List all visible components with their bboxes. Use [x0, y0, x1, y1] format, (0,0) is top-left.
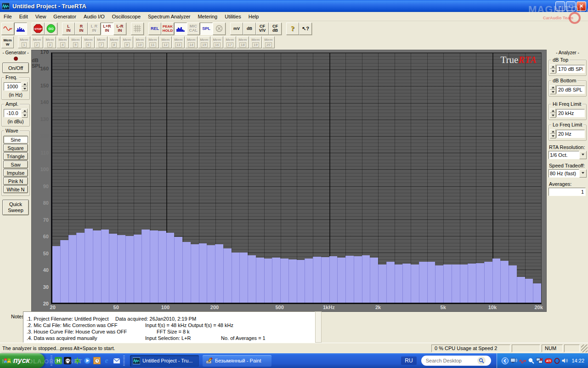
menu-file[interactable]: File — [0, 12, 16, 21]
averages-field[interactable] — [548, 188, 586, 196]
wave-sine-button[interactable]: Sine — [3, 136, 28, 144]
tray-collapse-chevron[interactable] — [502, 357, 509, 364]
peak-hold-button[interactable]: PEAK HOLD — [161, 23, 174, 35]
left-input-button[interactable]: L IN — [62, 23, 75, 35]
spectrum-bar — [141, 230, 150, 303]
spl-button[interactable]: SPL — [200, 23, 213, 35]
speed-dropdown-button[interactable] — [579, 169, 587, 178]
tray-volume-icon[interactable] — [562, 358, 568, 363]
l-minus-r-input-button[interactable]: L-R IN — [113, 23, 126, 35]
speed-tradeoff-select[interactable]: 80 Hz (fast) — [548, 169, 587, 178]
tray-magnifier-icon[interactable] — [528, 358, 534, 364]
freq-up-button[interactable] — [22, 82, 28, 86]
mute-icon — [215, 25, 223, 32]
help-button[interactable]: ? — [286, 23, 299, 35]
wave-pink-noise-button[interactable]: Pink N — [3, 177, 28, 185]
right-input-button[interactable]: R IN — [75, 23, 88, 35]
freq-input[interactable] — [4, 82, 21, 91]
desktop-search-box[interactable] — [421, 356, 491, 366]
tray-ati-icon[interactable]: ATI — [545, 358, 553, 363]
wave-saw-button[interactable]: Saw — [3, 161, 28, 168]
db-top-field[interactable] — [556, 65, 585, 73]
rta-resolution-select[interactable]: 1/6 Oct. — [548, 151, 587, 159]
taskbar-task-paint[interactable]: Безымянный - Paint — [203, 355, 271, 367]
truerta-task-icon — [133, 357, 140, 364]
notes-scrollbar[interactable] — [315, 311, 322, 343]
search-button[interactable] — [477, 356, 486, 365]
decibels-button[interactable]: dB — [243, 23, 256, 35]
db-bottom-down-button[interactable] — [550, 90, 556, 94]
taskbar-clock[interactable]: 14:22 — [571, 358, 584, 363]
context-help-button[interactable]: ↖? — [299, 23, 312, 35]
wave-impulse-button[interactable]: Impulse — [3, 169, 28, 177]
wave-triangle-button[interactable]: Triangle — [3, 152, 28, 160]
menu-spectrum-analyzer[interactable]: Spectrum Analyzer — [144, 12, 194, 21]
ampl-up-button[interactable] — [22, 109, 28, 113]
quick-sweep-button[interactable]: Quick Sweep — [2, 200, 29, 215]
minimize-button[interactable]: - — [555, 1, 565, 11]
wave-square-button[interactable]: Square — [3, 144, 28, 152]
lo-freq-down-button[interactable] — [550, 134, 556, 138]
db-top-up-button[interactable] — [550, 64, 556, 69]
spectrum-view-button[interactable] — [14, 23, 27, 35]
start-button[interactable]: пуск — [0, 353, 45, 368]
oscilloscope-view-button[interactable] — [1, 23, 14, 35]
notes-box[interactable]: .1. Project Filename: Untitled Project D… — [23, 311, 315, 343]
tray-display-icon[interactable] — [510, 358, 517, 364]
freq-down-button[interactable] — [22, 86, 28, 91]
taskbar-task-truerta[interactable]: Untitled Project - Tru... — [130, 355, 199, 367]
spectrum-bar — [125, 236, 134, 303]
menu-help[interactable]: Help — [245, 12, 263, 21]
close-button[interactable]: ✕ — [577, 1, 586, 11]
bar-spectrum-button[interactable] — [174, 23, 187, 35]
spectrum-bar — [76, 233, 85, 303]
menu-generator[interactable]: Generator — [50, 12, 80, 21]
go-button[interactable]: GO — [45, 23, 57, 35]
menu-oscilloscope[interactable]: Oscilloscope — [108, 12, 144, 21]
menu-view[interactable]: View — [32, 12, 50, 21]
relative-mode-button[interactable]: REL — [148, 23, 161, 35]
maximize-button[interactable]: □ — [566, 1, 576, 11]
resize-grip[interactable] — [581, 345, 588, 352]
memory-13-button: Mem13 — [172, 36, 185, 48]
millivolts-button[interactable]: mV — [230, 23, 243, 35]
quicklaunch-h-app-icon[interactable]: H — [55, 357, 62, 364]
lo-freq-up-button[interactable] — [550, 129, 556, 134]
generator-led-indicator — [14, 57, 18, 61]
ampl-down-button[interactable] — [22, 113, 28, 118]
crest-factor-vv-button[interactable]: CF V/V — [256, 23, 269, 35]
grid-button — [131, 23, 144, 35]
generator-onoff-button[interactable]: On/Off — [2, 63, 29, 73]
memory-w-button[interactable]: Mem W — [1, 36, 14, 48]
l-plus-r-input-button[interactable]: L+R IN — [101, 23, 113, 35]
quicklaunch-clock-app-icon[interactable] — [93, 357, 101, 364]
language-indicator[interactable]: RU — [401, 356, 416, 365]
quicklaunch-media-player-icon[interactable] — [83, 356, 91, 365]
menu-audio-io[interactable]: Audio I/O — [80, 12, 108, 21]
hi-freq-field[interactable] — [556, 109, 585, 117]
db-top-down-button[interactable] — [550, 69, 556, 74]
ampl-input[interactable] — [4, 109, 21, 117]
hi-freq-down-button[interactable] — [550, 113, 556, 118]
db-bottom-up-button[interactable] — [550, 85, 556, 90]
quicklaunch-internet-explorer-icon[interactable]: e — [102, 356, 111, 365]
hi-freq-up-button[interactable] — [550, 109, 556, 113]
spectrum-bar — [329, 256, 338, 303]
menu-metering[interactable]: Metering — [194, 12, 221, 21]
quicklaunch-skull-app-icon[interactable] — [64, 357, 71, 364]
menu-utilities[interactable]: Utilities — [221, 12, 244, 21]
spectrum-bar — [517, 277, 525, 303]
tray-audio-app-icon[interactable] — [519, 358, 526, 363]
wave-white-noise-button[interactable]: White N — [3, 185, 28, 193]
quicklaunch-outlook-express-icon[interactable] — [113, 356, 121, 365]
rta-dropdown-button[interactable] — [579, 151, 587, 159]
lo-freq-field[interactable] — [556, 130, 585, 138]
stop-button[interactable]: STOP — [32, 23, 45, 35]
quicklaunch-flower-app-icon[interactable] — [73, 356, 81, 365]
db-bottom-field[interactable] — [556, 86, 585, 94]
tray-network-disconnected-icon[interactable] — [536, 358, 543, 364]
menu-edit[interactable]: Edit — [16, 12, 32, 21]
crest-factor-db-button[interactable]: CF dB — [269, 23, 282, 35]
search-input[interactable] — [426, 358, 477, 363]
tray-ring-app-icon[interactable] — [554, 358, 560, 364]
